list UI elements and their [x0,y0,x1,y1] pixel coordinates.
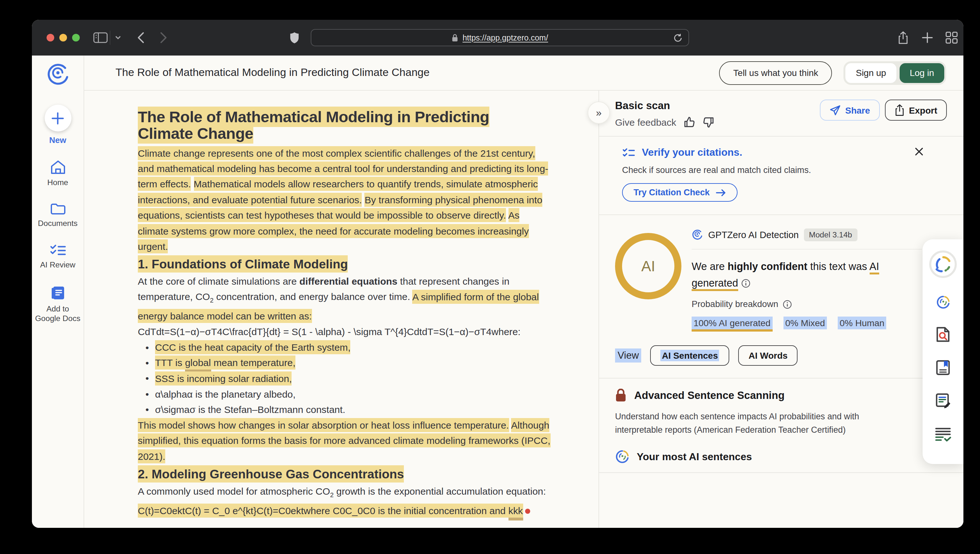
doc-text: concentration, and energy balance over t… [213,291,412,302]
gptzero-color-icon [615,449,630,464]
doc-heading: 1. Foundations of Climate Modeling [138,256,554,272]
doc-edit-icon[interactable] [934,393,951,409]
content-row: The Role of Mathematical Modeling in Pre… [84,91,963,528]
document-canvas[interactable]: The Role of Mathematical Modeling in Pre… [84,91,598,528]
back-icon[interactable] [137,32,144,43]
doc-paragraph: A commonly used model for atmospheric CO… [138,484,551,503]
verdict-segment: highly confident [728,260,807,272]
verdict-segment: this text was [807,260,869,272]
doc-bullet: TTT is global mean temperature, [138,355,551,371]
ai-review-icon [49,244,66,256]
try-citation-check-button[interactable]: Try Citation Check [622,183,738,202]
divider [599,472,963,481]
citation-title: Verify your citations. [642,147,742,158]
titlebar-divider [110,31,110,45]
url-bar[interactable]: https://app.gptzero.com/ [311,29,689,46]
tab-overview-icon[interactable] [945,32,958,44]
doc-text: 2 [330,492,334,498]
sidebar-item-documents[interactable]: Documents [32,203,84,229]
doc-text: At the core of climate simulations are [138,276,299,287]
signup-button[interactable]: Sign up [846,63,896,83]
plus-icon [51,111,64,125]
folder-icon [50,203,65,215]
share-button[interactable]: Share [819,100,880,121]
sidebar-item-ai-review[interactable]: AI Review [32,244,84,270]
model-version-badge: Model 3.14b [804,229,857,241]
app-root: NewHomeDocumentsAI ReviewAdd to Google D… [32,56,963,528]
info-icon[interactable] [741,279,750,288]
arrow-right-icon [716,189,726,196]
sidebar-item-add-to-google-docs[interactable]: Add to Google Docs [32,285,84,323]
panel-header: Basic scan Give feedback S [599,91,963,136]
app-main: The Role of Mathematical Modeling in Pre… [84,56,963,528]
login-button[interactable]: Log in [900,63,944,83]
doc-title: The Role of Mathematical Modeling in Pre… [138,108,495,142]
advanced-scanning-title: Advanced Sentence Scanning [634,389,784,401]
gptzero-logo-icon[interactable] [46,62,70,87]
home-icon [50,160,65,174]
scan-panel: » Basic scan Give feedback [598,91,963,528]
browser-titlebar: https://app.gptzero.com/ [32,20,963,56]
url-text: https://app.gptzero.com/ [463,33,548,42]
highlighted-text: C(t)=C0ektC(t) = C_0 e^{kt}C(t)=C0ektwhe… [138,503,508,517]
highlighted-text: The Role of Mathematical Modeling in Pre… [138,106,489,143]
list-check-icon[interactable] [935,426,951,442]
highlighted-text: 1. Foundations of Climate Modeling [138,256,348,273]
google-docs-icon [50,285,65,301]
sidebar-item-new[interactable]: New [32,105,84,145]
view-button-ai-words[interactable]: AI Words [738,345,798,366]
highlighted-text: 2. Modeling Greenhouse Gas Concentration… [138,466,404,483]
privacy-shield-icon[interactable] [290,32,299,44]
highlighted-text: This model shows how changes in solar ab… [138,418,509,432]
doc-text: 2 [210,297,213,304]
sidebar-item-label: Documents [35,219,80,229]
header-actions: Tell us what you think Sign up Log in [719,61,946,84]
paper-plane-icon [829,104,841,116]
forward-icon[interactable] [160,32,167,43]
annotation-dot [525,509,530,514]
doc-text: α\alphaα is the planetary albedo, [155,388,295,399]
minimize-window-button[interactable] [59,34,67,41]
citation-checklist-icon [622,147,635,158]
doc-text [506,210,508,221]
verdict-text: We are highly confident this text was AI… [692,258,884,291]
close-icon[interactable] [914,147,924,156]
doc-bullet: CCC is the heat capacity of the Earth sy… [138,340,551,355]
doc-paragraph: At the core of climate simulations are d… [138,274,551,325]
sidebar-toggle-icon[interactable] [93,32,108,43]
doc-bookmark-icon[interactable] [935,359,951,376]
sidebar-item-label: New [46,135,68,145]
browser-share-icon[interactable] [898,31,908,45]
advanced-scanning-section: Advanced Sentence Scanning Understand ho… [599,378,963,439]
view-button-ai-sentences[interactable]: AI Sentences [651,345,730,366]
quick-toolbar [923,239,963,464]
lock-icon [615,389,627,402]
info-icon[interactable] [783,300,792,309]
export-icon [894,104,904,116]
highlighted-text: TTT is [155,356,185,370]
most-ai-sentences-title: Your most AI sentences [637,451,752,462]
sidebar-nav: NewHomeDocumentsAI ReviewAdd to Google D… [32,105,84,323]
chevron-down-icon[interactable] [115,35,121,40]
doc-search-icon[interactable] [935,326,951,343]
gptzero-color-icon[interactable] [935,295,950,310]
export-button[interactable]: Export [885,100,947,121]
doc-paragraph: Climate change represents one of the mos… [138,145,551,255]
highlighted-text: mean temperature, [211,356,295,370]
refresh-icon[interactable] [673,33,682,43]
citation-card: Verify your citations. Check if sources … [599,136,963,215]
doc-text [191,179,194,189]
probability-chip: 0% Mixed [783,317,827,330]
sidebar-item-label: Add to Google Docs [32,304,84,323]
feedback-button[interactable]: Tell us what you think [719,61,832,84]
sidebar-item-home[interactable]: Home [32,160,84,188]
zoom-window-button[interactable] [72,34,80,41]
thumb-up-icon[interactable] [683,116,695,128]
doc-bullet: α\alphaα is the planetary albedo, [138,387,551,402]
scan-ring-icon[interactable] [929,250,957,278]
collapse-panel-button[interactable]: » [588,102,610,124]
new-tab-icon[interactable] [922,32,933,43]
highlighted-text: kkk [508,503,523,517]
close-window-button[interactable] [46,34,54,41]
thumb-down-icon[interactable] [702,116,714,128]
